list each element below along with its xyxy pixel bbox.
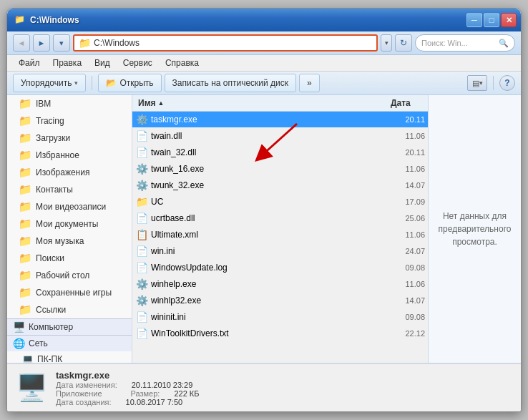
sidebar-item-favorites[interactable]: 📁 Избранное (7, 147, 132, 164)
sidebar-item-links[interactable]: 📁 Ссылки (7, 301, 132, 318)
file-name: wininit.ini (151, 312, 386, 322)
status-created-value: 10.08.2017 7:50 (126, 398, 183, 406)
file-icon: 📄 (135, 311, 148, 323)
window-title: C:\Windows (30, 15, 79, 25)
help-button[interactable]: ? (499, 75, 515, 91)
sort-arrow: ▲ (158, 99, 165, 107)
view-toggle-button[interactable]: ▤ ▾ (467, 75, 487, 91)
sidebar-item-images[interactable]: 📁 Изображения (7, 164, 132, 181)
menu-file[interactable]: Файл (13, 57, 46, 69)
address-bar-area: ◄ ► ▾ 📁 C:\Windows ▾ ↻ Поиск: Win... 🔍 (7, 31, 521, 55)
burn-label: Записать на оптический диск (172, 78, 289, 88)
status-filename: taskmgr.exe (56, 370, 514, 381)
sidebar-item-network[interactable]: 🌐 Сеть (7, 335, 132, 351)
table-row[interactable]: 📄 ucrtbase.dll 25.06 (132, 210, 428, 227)
history-dropdown-button[interactable]: ▾ (53, 34, 70, 52)
sidebar-item-pc[interactable]: 💻 ПК-ПК (7, 351, 132, 363)
sidebar-item-searches[interactable]: 📁 Поиски (7, 250, 132, 267)
minimize-button[interactable]: ─ (466, 13, 482, 27)
column-date[interactable]: Дата (385, 97, 428, 109)
sidebar-item-label: Загрузки (36, 133, 70, 143)
folder-icon: 📁 (19, 252, 32, 265)
organize-button[interactable]: Упорядочить ▾ (13, 74, 86, 92)
sidebar-item-label: Сохраненные игры (36, 288, 112, 298)
open-button[interactable]: 📂 Открыть (98, 74, 161, 92)
address-text: C:\Windows (94, 38, 140, 48)
file-icon: ⚙️ (135, 294, 148, 307)
address-dropdown-button[interactable]: ▾ (381, 34, 392, 52)
sidebar-item-tracing[interactable]: 📁 Tracing (7, 112, 132, 130)
sidebar-item-label: Поиски (36, 253, 64, 263)
open-icon: 📂 (106, 78, 117, 88)
table-row[interactable]: ⚙️ winhlp32.exe 14.07 (132, 293, 428, 309)
status-created-label: Дата создания: (56, 398, 112, 406)
file-date: 11.06 (386, 132, 425, 140)
sidebar-item-desktop[interactable]: 📁 Рабочий стол (7, 267, 132, 284)
table-row[interactable]: ⚙️ winhelp.exe 11.06 (132, 276, 428, 293)
table-row[interactable]: 📄 wininit.ini 09.08 (132, 309, 428, 326)
sidebar-item-label: Компьютер (29, 322, 73, 332)
toolbar-right: ▤ ▾ ? (467, 75, 515, 91)
more-button[interactable]: » (299, 74, 320, 92)
column-name[interactable]: Имя ▲ (132, 97, 385, 109)
status-row-created: Дата создания: 10.08.2017 7:50 (56, 398, 514, 406)
burn-button[interactable]: Записать на оптический диск (165, 74, 297, 92)
file-name: winhlp32.exe (151, 296, 386, 306)
refresh-button[interactable]: ↻ (395, 34, 412, 52)
table-row[interactable]: ⚙️ twunk_16.exe 11.06 (132, 161, 428, 177)
file-name: twunk_32.exe (151, 180, 386, 190)
pc-icon: 💻 (21, 353, 34, 363)
file-date: 11.06 (386, 165, 425, 173)
sidebar-item-videos[interactable]: 📁 Мои видеозаписи (7, 198, 132, 215)
view-arrow: ▾ (479, 79, 483, 87)
file-name: twain.dll (151, 131, 386, 141)
toolbar-separator-2 (493, 76, 494, 90)
back-button[interactable]: ◄ (13, 34, 30, 52)
sidebar-item-computer[interactable]: 🖥️ Компьютер (7, 318, 132, 335)
file-area: Имя ▲ Дата ⚙️ taskmgr.exe 20.11 📄 (132, 95, 428, 363)
file-date: 14.07 (386, 296, 425, 305)
computer-icon: 🖥️ (13, 321, 25, 333)
file-date: 09.08 (386, 263, 425, 272)
more-icon: » (307, 78, 312, 88)
status-row-modified: Дата изменения: 20.11.2010 23:29 (56, 381, 514, 389)
table-row[interactable]: 📄 twain_32.dll 20.11 (132, 145, 428, 161)
search-box[interactable]: Поиск: Win... 🔍 (415, 34, 515, 52)
folder-icon: 📁 (19, 97, 32, 110)
table-row[interactable]: ⚙️ taskmgr.exe 20.11 (132, 112, 428, 128)
table-row[interactable]: 📋 Ultimate.xml 11.06 (132, 227, 428, 243)
maximize-button[interactable]: □ (484, 13, 499, 27)
file-icon: 📄 (135, 245, 148, 258)
file-date: 11.06 (386, 230, 425, 239)
table-row[interactable]: 📄 twain.dll 11.06 (132, 128, 428, 145)
sidebar-item-savedgames[interactable]: 📁 Сохраненные игры (7, 284, 132, 301)
menu-view[interactable]: Вид (89, 57, 116, 69)
menu-edit[interactable]: Правка (47, 57, 88, 69)
sidebar-item-documents[interactable]: 📁 Мои документы (7, 215, 132, 233)
file-icon: 📄 (135, 212, 148, 225)
explorer-window: 📁 C:\Windows ─ □ ✕ ◄ ► ▾ 📁 C:\Windows ▾ … (6, 8, 522, 412)
file-icon: 📄 (135, 327, 148, 340)
sidebar-item-label: Моя музыка (36, 236, 84, 246)
table-row[interactable]: 📁 UC 17.09 (132, 194, 428, 210)
sidebar-item-music[interactable]: 📁 Моя музыка (7, 233, 132, 250)
file-name: Ultimate.xml (151, 230, 386, 240)
file-icon: 📁 (135, 195, 148, 208)
sidebar-item-ibm[interactable]: 📁 IBM (7, 95, 132, 112)
sidebar: 📁 IBM 📁 Tracing 📁 Загрузки 📁 Избранное 📁… (7, 95, 132, 363)
sidebar-item-contacts[interactable]: 📁 Контакты (7, 181, 132, 198)
address-box[interactable]: 📁 C:\Windows (73, 34, 378, 52)
menu-help[interactable]: Справка (160, 57, 205, 69)
file-date: 11.06 (386, 280, 425, 288)
folder-icon: 📁 (19, 114, 32, 127)
close-button[interactable]: ✕ (501, 13, 517, 27)
table-row[interactable]: 📄 win.ini 24.07 (132, 243, 428, 260)
forward-button[interactable]: ► (33, 34, 50, 52)
table-row[interactable]: 📄 WindowsUpdate.log 09.08 (132, 260, 428, 276)
table-row[interactable]: 📄 WinToolkitDrivers.txt 22.12 (132, 326, 428, 342)
table-row[interactable]: ⚙️ twunk_32.exe 14.07 (132, 177, 428, 194)
toolbar-separator-1 (92, 76, 92, 90)
sidebar-item-downloads[interactable]: 📁 Загрузки (7, 130, 132, 147)
main-content: 📁 IBM 📁 Tracing 📁 Загрузки 📁 Избранное 📁… (7, 95, 521, 363)
menu-service[interactable]: Сервис (117, 57, 158, 69)
